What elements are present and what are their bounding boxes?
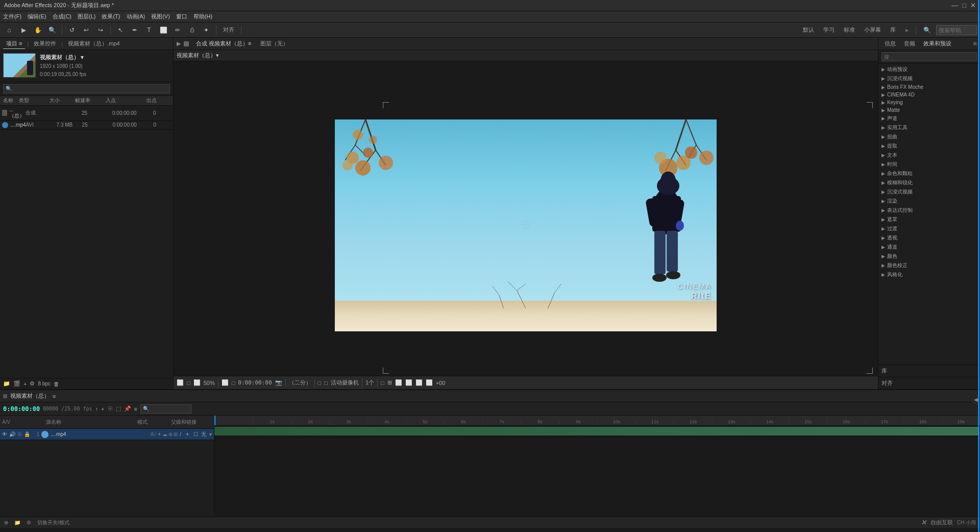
- effects-panel-menu[interactable]: ≡: [973, 40, 977, 47]
- new-comp-btn[interactable]: 🎬: [13, 380, 20, 387]
- brush-tool[interactable]: ✏: [172, 25, 184, 36]
- effect-cat-matte[interactable]: ▶ Matte: [878, 106, 980, 114]
- align-section[interactable]: 对齐: [878, 377, 980, 389]
- menu-composition[interactable]: 合成(C): [53, 13, 71, 20]
- workspace-small[interactable]: 小屏幕: [861, 26, 884, 34]
- effect-cat-color-correction[interactable]: ▶ 颜色校正: [878, 261, 980, 270]
- menu-edit[interactable]: 编辑(E): [28, 13, 46, 20]
- viewer-render-btn[interactable]: ⬜: [177, 379, 184, 386]
- home-tool[interactable]: ⌂: [3, 25, 15, 36]
- menu-file[interactable]: 文件(F): [3, 13, 21, 20]
- menu-view[interactable]: 视图(V): [151, 13, 170, 20]
- effect-cat-borisfx[interactable]: ▶ Boris FX Moche: [878, 83, 980, 91]
- tab-comp-main[interactable]: 合成 视频素材（总）≡: [192, 39, 255, 49]
- effect-cat-color[interactable]: ▶ 颜色: [878, 252, 980, 261]
- viewer-zoom[interactable]: 50%: [204, 380, 215, 386]
- menu-window[interactable]: 窗口: [176, 13, 187, 20]
- shape-tool[interactable]: ⬜: [157, 25, 169, 36]
- pen-tool[interactable]: ✒: [129, 25, 141, 36]
- layer-parent-dropdown[interactable]: ▾: [209, 431, 212, 437]
- viewer-timecode[interactable]: 0:00:00:00: [238, 379, 272, 386]
- tab-project[interactable]: 项目 ≡: [3, 39, 25, 49]
- layer-lock-btn[interactable]: 🔒: [24, 431, 30, 437]
- workspace-default[interactable]: 默认: [800, 26, 817, 34]
- menu-effect[interactable]: 效果(T): [102, 13, 120, 20]
- effect-cat-noise-grain[interactable]: ▶ 杂色和颗粒: [878, 169, 980, 178]
- layer-solo-btn[interactable]: ☉: [17, 431, 22, 437]
- col-name[interactable]: 名称: [2, 97, 18, 104]
- timeline-timecode[interactable]: 0:00:00:00: [3, 405, 40, 413]
- layer-name[interactable]: ....mp4: [51, 431, 149, 437]
- viewer-views[interactable]: 1个: [365, 379, 374, 386]
- timeline-solo-btn[interactable]: ☉: [108, 405, 113, 412]
- layer-mode[interactable]: /: [180, 431, 181, 437]
- redo-tool[interactable]: ↪: [94, 25, 107, 36]
- viewer-overlay-btn[interactable]: ⬜: [415, 379, 423, 386]
- layer-parent[interactable]: 无: [200, 431, 207, 438]
- layer-checkbox[interactable]: ☐: [193, 431, 198, 437]
- close-btn[interactable]: ✕: [970, 2, 976, 9]
- col-type[interactable]: 类型: [18, 97, 48, 104]
- tab-footage[interactable]: 视频素材（总）.mp4: [65, 39, 122, 49]
- viewer-ruler-btn[interactable]: ⬜: [405, 379, 412, 386]
- timeline-search-input[interactable]: [140, 404, 191, 414]
- viewer-camera-btn[interactable]: 📷: [275, 379, 282, 386]
- viewer-transparent-btn[interactable]: ⬜: [193, 379, 201, 386]
- effect-cat-extract[interactable]: ▶ 提取: [878, 141, 980, 151]
- viewer-3d-btn[interactable]: □: [381, 380, 384, 386]
- project-search-input[interactable]: [3, 84, 170, 93]
- text-tool[interactable]: T: [143, 25, 155, 36]
- minimize-btn[interactable]: —: [951, 2, 958, 9]
- viewer-fastdraft-btn[interactable]: □: [324, 380, 328, 386]
- tab-info[interactable]: 信息: [881, 39, 899, 49]
- effect-cat-animation[interactable]: ▶ 动画预设: [878, 65, 980, 74]
- new-item-btn[interactable]: +: [23, 381, 27, 387]
- layer-col-name[interactable]: 源名称: [46, 419, 134, 426]
- timeline-comp-btn[interactable]: ⬚: [116, 405, 121, 412]
- timeline-add-btn[interactable]: +: [101, 406, 104, 412]
- col-size[interactable]: 大小: [48, 97, 74, 104]
- timeline-parent-btn[interactable]: ↑: [95, 406, 99, 412]
- layer-eye-btn[interactable]: 👁: [2, 431, 7, 437]
- effect-cat-channel[interactable]: ▶ 声道: [878, 114, 980, 123]
- footage-subtab[interactable]: 视频素材（总）▾: [177, 52, 219, 59]
- menu-help[interactable]: 帮助(H): [193, 13, 212, 20]
- search-help-input[interactable]: [936, 25, 977, 35]
- effect-cat-mask[interactable]: ▶ 遮罩: [878, 215, 980, 224]
- delete-btn[interactable]: 🗑: [54, 381, 59, 387]
- effect-cat-blur-sharpen[interactable]: ▶ 模糊和锐化: [878, 178, 980, 187]
- select-tool[interactable]: ↖: [114, 25, 127, 36]
- timeline-menu-btn[interactable]: ≡: [53, 393, 56, 399]
- effect-cat-immersive[interactable]: ▶ 沉浸式视频: [878, 74, 980, 83]
- layer-col-modes[interactable]: 模式: [137, 419, 168, 426]
- effect-cat-perspective[interactable]: ▶ 透视: [878, 233, 980, 243]
- workspace-learn[interactable]: 学习: [820, 26, 838, 34]
- tab-effects-presets[interactable]: 效果和预设: [920, 39, 954, 49]
- effect-cat-immersive2[interactable]: ▶ 沉浸式视频: [878, 187, 980, 197]
- statusbar-add-btn[interactable]: ⊕: [4, 520, 8, 525]
- rotate-tool[interactable]: ↺: [66, 25, 78, 36]
- effect-cat-keying[interactable]: ▶ Keying: [878, 99, 980, 106]
- puppet-tool[interactable]: ✦: [200, 25, 212, 36]
- project-item-video[interactable]: ....mp4 AVI 7.3 MB 25 0:00:00:00 0: [0, 121, 173, 130]
- col-out[interactable]: 出点: [145, 97, 171, 104]
- menu-layer[interactable]: 图层(L): [78, 13, 95, 20]
- stamp-tool[interactable]: ⎙: [186, 25, 198, 36]
- effect-cat-cinema4d[interactable]: ▶ CINEMA 4D: [878, 91, 980, 99]
- layer-audio-btn[interactable]: 🔊: [9, 431, 15, 437]
- lib-section[interactable]: 库: [878, 365, 980, 377]
- undo-tool[interactable]: ↩: [80, 25, 92, 36]
- tab-layer-none[interactable]: 图层（无）: [256, 39, 292, 49]
- viewer-camera-label[interactable]: 活动摄像机: [331, 379, 359, 386]
- layer-col-link[interactable]: 父级和链接: [171, 419, 212, 426]
- effect-cat-transition[interactable]: ▶ 过渡: [878, 224, 980, 233]
- effect-cat-text[interactable]: ▶ 文本: [878, 151, 980, 160]
- viewer-snap-btn[interactable]: □: [232, 380, 235, 386]
- viewer-res-btn[interactable]: □: [318, 380, 322, 386]
- effect-cat-stylize[interactable]: ▶ 风格化: [878, 270, 980, 279]
- layer-row-1[interactable]: 👁 🔊 ☉ 🔒 1 ....mp4 A / ✦ ☁ ⊕ ⊞ / ✦ ☐ 无: [0, 429, 214, 440]
- effect-cat-utility[interactable]: ▶ 实用工具: [878, 123, 980, 132]
- workspace-lib[interactable]: 库: [887, 26, 899, 34]
- viewer-fit-btn[interactable]: ⬜: [222, 379, 229, 386]
- viewer-mask-btn[interactable]: ⬜: [426, 379, 433, 386]
